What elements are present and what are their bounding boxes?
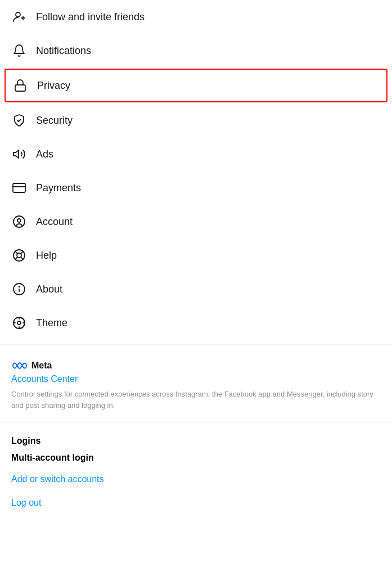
payments-label: Payments [36,182,81,194]
sidebar-item-account[interactable]: Account [0,205,392,238]
logout-link[interactable]: Log out [0,491,392,515]
divider-1 [0,344,392,345]
multi-account-label: Multi-account login [0,448,392,467]
about-label: About [36,284,62,295]
add-switch-accounts-link[interactable]: Add or switch accounts [0,467,392,491]
shield-icon [11,112,27,128]
logins-section-label: Logins [0,427,392,448]
lock-icon [12,78,28,93]
meta-text-label: Meta [31,361,52,371]
sidebar-item-payments[interactable]: Payments [0,171,392,205]
theme-label: Theme [36,317,67,329]
person-circle-icon [11,214,27,230]
svg-line-13 [21,251,23,254]
account-label: Account [36,216,73,228]
svg-point-8 [17,219,21,222]
svg-rect-5 [13,183,25,192]
sidebar-item-privacy[interactable]: Privacy [4,69,388,102]
sidebar-item-help[interactable]: Help [0,238,392,272]
info-circle-icon [11,281,27,297]
megaphone-icon [11,146,27,162]
svg-line-12 [21,257,23,259]
card-icon [11,180,27,196]
ads-label: Ads [36,148,53,160]
help-label: Help [36,250,57,262]
svg-point-18 [19,287,20,287]
sidebar-item-theme[interactable]: Theme [0,306,392,340]
sidebar-item-notifications[interactable]: Notifications [0,34,392,68]
svg-point-20 [17,321,21,325]
svg-marker-4 [13,150,19,158]
meta-logo-block: Meta [11,361,381,371]
sidebar-item-ads[interactable]: Ads [0,137,392,171]
theme-icon [11,315,27,331]
sidebar-item-security[interactable]: Security [0,104,392,137]
settings-menu: Follow and invite friends Notifications … [0,0,392,340]
security-label: Security [36,115,73,127]
privacy-label: Privacy [37,80,70,92]
bell-icon [11,43,27,58]
accounts-center-link[interactable]: Accounts Center [11,374,381,384]
divider-2 [0,422,392,422]
accounts-center-desc: Control settings for connected experienc… [11,389,381,411]
sidebar-item-about[interactable]: About [0,272,392,306]
sidebar-item-follow-invite[interactable]: Follow and invite friends [0,0,392,34]
help-circle-icon [11,248,27,263]
follow-invite-label: Follow and invite friends [36,11,145,23]
svg-point-0 [16,12,20,17]
svg-rect-3 [15,85,25,91]
meta-logo-icon [11,361,28,371]
add-person-icon [11,9,27,25]
meta-section: Meta Accounts Center Control settings fo… [0,349,392,417]
notifications-label: Notifications [36,45,91,57]
svg-point-7 [13,216,25,227]
svg-line-14 [15,257,17,259]
svg-line-11 [15,251,17,254]
